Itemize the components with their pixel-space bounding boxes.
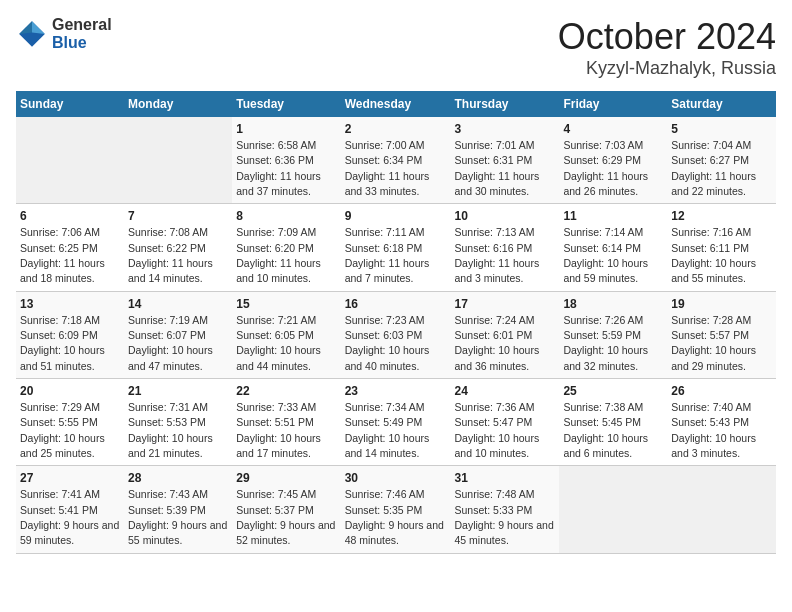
calendar-cell: 8Sunrise: 7:09 AMSunset: 6:20 PMDaylight…	[232, 204, 340, 291]
day-header-saturday: Saturday	[667, 91, 776, 117]
calendar-cell: 20Sunrise: 7:29 AMSunset: 5:55 PMDayligh…	[16, 379, 124, 466]
day-info: Sunrise: 7:03 AMSunset: 6:29 PMDaylight:…	[563, 139, 648, 197]
day-number: 20	[20, 383, 120, 400]
day-number: 15	[236, 296, 336, 313]
calendar-cell: 27Sunrise: 7:41 AMSunset: 5:41 PMDayligh…	[16, 466, 124, 553]
logo: General Blue	[16, 16, 112, 51]
day-info: Sunrise: 7:36 AMSunset: 5:47 PMDaylight:…	[455, 401, 540, 459]
calendar-cell: 6Sunrise: 7:06 AMSunset: 6:25 PMDaylight…	[16, 204, 124, 291]
calendar-cell	[559, 466, 667, 553]
day-number: 11	[563, 208, 663, 225]
day-number: 22	[236, 383, 336, 400]
day-info: Sunrise: 7:08 AMSunset: 6:22 PMDaylight:…	[128, 226, 213, 284]
day-number: 1	[236, 121, 336, 138]
calendar-cell: 22Sunrise: 7:33 AMSunset: 5:51 PMDayligh…	[232, 379, 340, 466]
calendar-cell: 7Sunrise: 7:08 AMSunset: 6:22 PMDaylight…	[124, 204, 232, 291]
calendar-week-4: 20Sunrise: 7:29 AMSunset: 5:55 PMDayligh…	[16, 379, 776, 466]
calendar-cell: 3Sunrise: 7:01 AMSunset: 6:31 PMDaylight…	[451, 117, 560, 204]
day-info: Sunrise: 7:48 AMSunset: 5:33 PMDaylight:…	[455, 488, 554, 546]
calendar-cell: 19Sunrise: 7:28 AMSunset: 5:57 PMDayligh…	[667, 291, 776, 378]
day-number: 7	[128, 208, 228, 225]
day-info: Sunrise: 7:19 AMSunset: 6:07 PMDaylight:…	[128, 314, 213, 372]
calendar-cell: 24Sunrise: 7:36 AMSunset: 5:47 PMDayligh…	[451, 379, 560, 466]
day-number: 26	[671, 383, 772, 400]
day-number: 8	[236, 208, 336, 225]
day-info: Sunrise: 7:06 AMSunset: 6:25 PMDaylight:…	[20, 226, 105, 284]
day-info: Sunrise: 7:43 AMSunset: 5:39 PMDaylight:…	[128, 488, 227, 546]
day-number: 4	[563, 121, 663, 138]
calendar-cell: 11Sunrise: 7:14 AMSunset: 6:14 PMDayligh…	[559, 204, 667, 291]
calendar-cell: 13Sunrise: 7:18 AMSunset: 6:09 PMDayligh…	[16, 291, 124, 378]
calendar-week-1: 1Sunrise: 6:58 AMSunset: 6:36 PMDaylight…	[16, 117, 776, 204]
calendar-cell: 2Sunrise: 7:00 AMSunset: 6:34 PMDaylight…	[341, 117, 451, 204]
calendar-cell: 15Sunrise: 7:21 AMSunset: 6:05 PMDayligh…	[232, 291, 340, 378]
logo-general-text: General	[52, 16, 112, 34]
day-info: Sunrise: 7:14 AMSunset: 6:14 PMDaylight:…	[563, 226, 648, 284]
day-number: 14	[128, 296, 228, 313]
day-info: Sunrise: 7:24 AMSunset: 6:01 PMDaylight:…	[455, 314, 540, 372]
day-info: Sunrise: 7:34 AMSunset: 5:49 PMDaylight:…	[345, 401, 430, 459]
day-number: 2	[345, 121, 447, 138]
day-info: Sunrise: 7:31 AMSunset: 5:53 PMDaylight:…	[128, 401, 213, 459]
day-number: 17	[455, 296, 556, 313]
day-header-friday: Friday	[559, 91, 667, 117]
calendar-cell: 28Sunrise: 7:43 AMSunset: 5:39 PMDayligh…	[124, 466, 232, 553]
calendar-cell: 9Sunrise: 7:11 AMSunset: 6:18 PMDaylight…	[341, 204, 451, 291]
day-info: Sunrise: 7:29 AMSunset: 5:55 PMDaylight:…	[20, 401, 105, 459]
day-number: 30	[345, 470, 447, 487]
calendar-cell: 16Sunrise: 7:23 AMSunset: 6:03 PMDayligh…	[341, 291, 451, 378]
day-header-wednesday: Wednesday	[341, 91, 451, 117]
day-number: 5	[671, 121, 772, 138]
calendar-cell: 25Sunrise: 7:38 AMSunset: 5:45 PMDayligh…	[559, 379, 667, 466]
day-number: 25	[563, 383, 663, 400]
page-header: General Blue October 2024 Kyzyl-Mazhalyk…	[16, 16, 776, 79]
day-info: Sunrise: 7:01 AMSunset: 6:31 PMDaylight:…	[455, 139, 540, 197]
day-number: 19	[671, 296, 772, 313]
calendar-cell: 26Sunrise: 7:40 AMSunset: 5:43 PMDayligh…	[667, 379, 776, 466]
calendar-cell: 29Sunrise: 7:45 AMSunset: 5:37 PMDayligh…	[232, 466, 340, 553]
day-number: 3	[455, 121, 556, 138]
day-number: 12	[671, 208, 772, 225]
day-number: 28	[128, 470, 228, 487]
day-number: 10	[455, 208, 556, 225]
calendar-cell: 14Sunrise: 7:19 AMSunset: 6:07 PMDayligh…	[124, 291, 232, 378]
calendar-week-5: 27Sunrise: 7:41 AMSunset: 5:41 PMDayligh…	[16, 466, 776, 553]
day-info: Sunrise: 7:13 AMSunset: 6:16 PMDaylight:…	[455, 226, 540, 284]
day-info: Sunrise: 7:33 AMSunset: 5:51 PMDaylight:…	[236, 401, 321, 459]
calendar-cell: 30Sunrise: 7:46 AMSunset: 5:35 PMDayligh…	[341, 466, 451, 553]
calendar-cell: 1Sunrise: 6:58 AMSunset: 6:36 PMDaylight…	[232, 117, 340, 204]
day-info: Sunrise: 7:45 AMSunset: 5:37 PMDaylight:…	[236, 488, 335, 546]
day-header-monday: Monday	[124, 91, 232, 117]
day-number: 21	[128, 383, 228, 400]
day-info: Sunrise: 7:00 AMSunset: 6:34 PMDaylight:…	[345, 139, 430, 197]
day-info: Sunrise: 7:26 AMSunset: 5:59 PMDaylight:…	[563, 314, 648, 372]
day-number: 24	[455, 383, 556, 400]
month-title: October 2024	[558, 16, 776, 58]
calendar-cell	[16, 117, 124, 204]
calendar-cell: 21Sunrise: 7:31 AMSunset: 5:53 PMDayligh…	[124, 379, 232, 466]
title-block: October 2024 Kyzyl-Mazhalyk, Russia	[558, 16, 776, 79]
day-info: Sunrise: 7:41 AMSunset: 5:41 PMDaylight:…	[20, 488, 119, 546]
calendar-cell: 18Sunrise: 7:26 AMSunset: 5:59 PMDayligh…	[559, 291, 667, 378]
calendar-cell: 5Sunrise: 7:04 AMSunset: 6:27 PMDaylight…	[667, 117, 776, 204]
day-header-tuesday: Tuesday	[232, 91, 340, 117]
day-number: 18	[563, 296, 663, 313]
day-header-thursday: Thursday	[451, 91, 560, 117]
day-info: Sunrise: 7:11 AMSunset: 6:18 PMDaylight:…	[345, 226, 430, 284]
day-number: 29	[236, 470, 336, 487]
calendar-cell: 17Sunrise: 7:24 AMSunset: 6:01 PMDayligh…	[451, 291, 560, 378]
logo-icon	[16, 18, 48, 50]
calendar-table: SundayMondayTuesdayWednesdayThursdayFrid…	[16, 91, 776, 554]
day-number: 31	[455, 470, 556, 487]
day-info: Sunrise: 6:58 AMSunset: 6:36 PMDaylight:…	[236, 139, 321, 197]
day-number: 9	[345, 208, 447, 225]
calendar-week-2: 6Sunrise: 7:06 AMSunset: 6:25 PMDaylight…	[16, 204, 776, 291]
day-info: Sunrise: 7:09 AMSunset: 6:20 PMDaylight:…	[236, 226, 321, 284]
day-info: Sunrise: 7:40 AMSunset: 5:43 PMDaylight:…	[671, 401, 756, 459]
calendar-cell: 23Sunrise: 7:34 AMSunset: 5:49 PMDayligh…	[341, 379, 451, 466]
day-number: 23	[345, 383, 447, 400]
day-info: Sunrise: 7:28 AMSunset: 5:57 PMDaylight:…	[671, 314, 756, 372]
calendar-cell: 31Sunrise: 7:48 AMSunset: 5:33 PMDayligh…	[451, 466, 560, 553]
day-info: Sunrise: 7:23 AMSunset: 6:03 PMDaylight:…	[345, 314, 430, 372]
logo-blue-text: Blue	[52, 34, 112, 52]
